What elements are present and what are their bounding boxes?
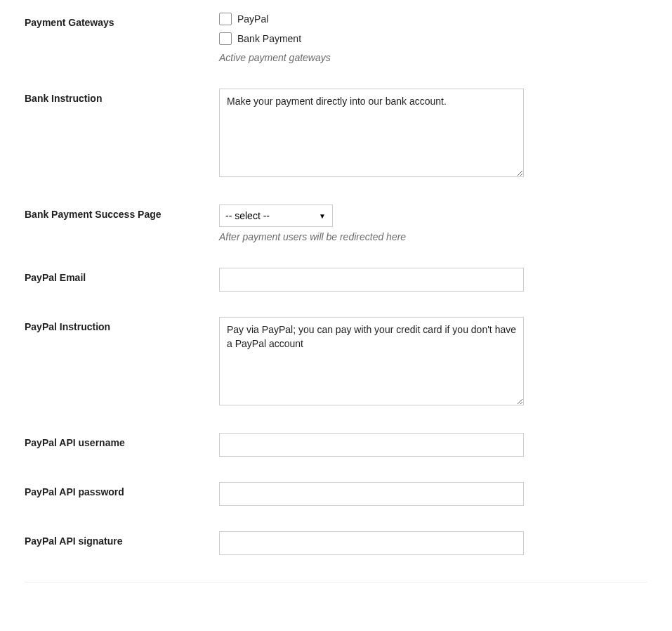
textarea-paypal-instruction[interactable]: Pay via PayPal; you can pay with your cr… [219, 317, 524, 405]
row-paypal-api-signature: PayPal API signature [25, 519, 647, 568]
label-payment-gateways: Payment Gateways [25, 13, 219, 28]
select-bank-success-page[interactable]: -- select -- [219, 204, 333, 227]
field-paypal-api-password [219, 482, 647, 506]
field-paypal-instruction: Pay via PayPal; you can pay with your cr… [219, 317, 647, 408]
description-bank-success-page: After payment users will be redirected h… [219, 231, 647, 242]
description-payment-gateways: Active payment gateways [219, 52, 647, 63]
row-paypal-instruction: PayPal Instruction Pay via PayPal; you c… [25, 304, 647, 420]
checkbox-label-paypal: PayPal [237, 13, 268, 25]
settings-form: Payment Gateways PayPal Bank Payment Act… [0, 0, 672, 568]
row-paypal-api-username: PayPal API username [25, 420, 647, 469]
label-bank-success-page: Bank Payment Success Page [25, 204, 219, 220]
label-paypal-api-username: PayPal API username [25, 433, 219, 448]
row-paypal-api-password: PayPal API password [25, 469, 647, 519]
field-bank-instruction: Make your payment directly into our bank… [219, 89, 647, 179]
label-paypal-api-password: PayPal API password [25, 482, 219, 497]
field-payment-gateways: PayPal Bank Payment Active payment gatew… [219, 13, 647, 63]
input-paypal-api-signature[interactable] [219, 531, 524, 555]
select-wrap-bank-success: -- select -- ▼ [219, 204, 333, 227]
label-paypal-api-signature: PayPal API signature [25, 531, 219, 547]
row-bank-instruction: Bank Instruction Make your payment direc… [25, 76, 647, 192]
row-bank-success-page: Bank Payment Success Page -- select -- ▼… [25, 192, 647, 255]
textarea-bank-instruction[interactable]: Make your payment directly into our bank… [219, 89, 524, 177]
checkbox-bank-payment[interactable] [219, 32, 232, 45]
label-paypal-email: PayPal Email [25, 268, 219, 283]
checkbox-label-bank: Bank Payment [237, 33, 301, 44]
input-paypal-email[interactable] [219, 268, 524, 292]
label-bank-instruction: Bank Instruction [25, 89, 219, 104]
input-paypal-api-username[interactable] [219, 433, 524, 457]
section-divider [25, 582, 647, 583]
field-paypal-email [219, 268, 647, 292]
row-payment-gateways: Payment Gateways PayPal Bank Payment Act… [25, 0, 647, 76]
checkbox-row-paypal: PayPal [219, 13, 647, 25]
label-paypal-instruction: PayPal Instruction [25, 317, 219, 332]
row-paypal-email: PayPal Email [25, 255, 647, 304]
input-paypal-api-password[interactable] [219, 482, 524, 506]
field-paypal-api-signature [219, 531, 647, 555]
field-paypal-api-username [219, 433, 647, 457]
checkbox-paypal[interactable] [219, 13, 232, 25]
checkbox-row-bank: Bank Payment [219, 32, 647, 45]
field-bank-success-page: -- select -- ▼ After payment users will … [219, 204, 647, 242]
